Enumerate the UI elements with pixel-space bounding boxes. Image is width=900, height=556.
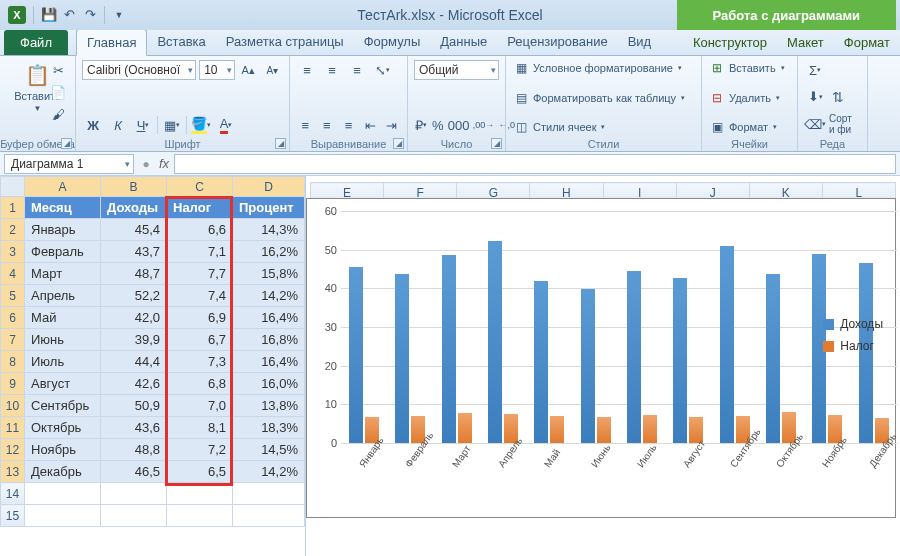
autosum-icon[interactable]: Σ▾ xyxy=(804,60,826,80)
format-painter-icon[interactable]: 🖌 xyxy=(47,104,69,124)
name-box[interactable]: Диаграмма 1 xyxy=(4,154,134,174)
cell-C14[interactable] xyxy=(167,483,233,505)
cell-C9[interactable]: 6,8 xyxy=(167,373,233,395)
bar-series1[interactable] xyxy=(766,274,780,443)
row-header-13[interactable]: 13 xyxy=(1,461,25,483)
cell-C6[interactable]: 6,9 xyxy=(167,307,233,329)
fill-icon[interactable]: ⬇▾ xyxy=(804,87,826,107)
cell-B7[interactable]: 39,9 xyxy=(101,329,167,351)
cell-B6[interactable]: 42,0 xyxy=(101,307,167,329)
bar-series1[interactable] xyxy=(581,289,595,443)
row-header-3[interactable]: 3 xyxy=(1,241,25,263)
decrease-font-icon[interactable]: A▾ xyxy=(262,60,283,80)
row-header-14[interactable]: 14 xyxy=(1,483,25,505)
cell-A6[interactable]: Май xyxy=(25,307,101,329)
embedded-chart[interactable]: 0102030405060 xyxy=(306,198,896,518)
cell-C12[interactable]: 7,2 xyxy=(167,439,233,461)
cell-C7[interactable]: 6,7 xyxy=(167,329,233,351)
row-header-7[interactable]: 7 xyxy=(1,329,25,351)
cell-B13[interactable]: 46,5 xyxy=(101,461,167,483)
align-bottom-icon[interactable]: ≡ xyxy=(346,60,368,80)
cell-A11[interactable]: Октябрь xyxy=(25,417,101,439)
italic-icon[interactable]: К xyxy=(107,115,129,135)
cell-C4[interactable]: 7,7 xyxy=(167,263,233,285)
row-header-10[interactable]: 10 xyxy=(1,395,25,417)
cell-D9[interactable]: 16,0% xyxy=(233,373,305,395)
bar-series1[interactable] xyxy=(488,241,502,443)
font-size-combo[interactable]: 10 xyxy=(199,60,234,80)
cell-D11[interactable]: 18,3% xyxy=(233,417,305,439)
cell-D12[interactable]: 14,5% xyxy=(233,439,305,461)
align-left-icon[interactable]: ≡ xyxy=(296,115,315,135)
cell-C2[interactable]: 6,6 xyxy=(167,219,233,241)
cell-A5[interactable]: Апрель xyxy=(25,285,101,307)
undo-icon[interactable]: ↶ xyxy=(62,8,76,22)
tab-Вставка[interactable]: Вставка xyxy=(147,29,215,55)
bar-series1[interactable] xyxy=(534,281,548,443)
bar-series1[interactable] xyxy=(395,274,409,443)
cell-B9[interactable]: 42,6 xyxy=(101,373,167,395)
cell-B14[interactable] xyxy=(101,483,167,505)
increase-indent-icon[interactable]: ⇥ xyxy=(382,115,401,135)
col-header-C[interactable]: C xyxy=(167,177,233,197)
tab-Данные[interactable]: Данные xyxy=(430,29,497,55)
cell-B4[interactable]: 48,7 xyxy=(101,263,167,285)
currency-icon[interactable]: ₽▾ xyxy=(414,115,428,135)
save-icon[interactable]: 💾 xyxy=(41,8,55,22)
cell-A7[interactable]: Июнь xyxy=(25,329,101,351)
cell-A10[interactable]: Сентябрь xyxy=(25,395,101,417)
cell-B5[interactable]: 52,2 xyxy=(101,285,167,307)
format-cells-button[interactable]: ▣Формат▾ xyxy=(708,119,791,135)
spreadsheet-grid[interactable]: ABCD1МесяцДоходыНалогПроцент2Январь45,46… xyxy=(0,176,306,556)
align-middle-icon[interactable]: ≡ xyxy=(321,60,343,80)
col-header-A[interactable]: A xyxy=(25,177,101,197)
cell-B8[interactable]: 44,4 xyxy=(101,351,167,373)
bold-icon[interactable]: Ж xyxy=(82,115,104,135)
tab-Главная[interactable]: Главная xyxy=(76,29,147,56)
cell-C13[interactable]: 6,5 xyxy=(167,461,233,483)
cell-D14[interactable] xyxy=(233,483,305,505)
cell-D6[interactable]: 16,4% xyxy=(233,307,305,329)
bar-series1[interactable] xyxy=(673,278,687,443)
dialog-launcher-icon[interactable]: ◢ xyxy=(491,138,502,149)
cell-C10[interactable]: 7,0 xyxy=(167,395,233,417)
row-header-8[interactable]: 8 xyxy=(1,351,25,373)
tab-Макет[interactable]: Макет xyxy=(777,30,834,55)
cell-D15[interactable] xyxy=(233,505,305,527)
cell-A4[interactable]: Март xyxy=(25,263,101,285)
row-header-11[interactable]: 11 xyxy=(1,417,25,439)
cell-B12[interactable]: 48,8 xyxy=(101,439,167,461)
tab-Формат[interactable]: Формат xyxy=(834,30,900,55)
font-color-icon[interactable]: A▾ xyxy=(215,115,237,135)
row-header-6[interactable]: 6 xyxy=(1,307,25,329)
orientation-icon[interactable]: ⤡▾ xyxy=(371,60,393,80)
fx-icon[interactable]: fx xyxy=(154,156,174,171)
cell-D3[interactable]: 16,2% xyxy=(233,241,305,263)
cell-C3[interactable]: 7,1 xyxy=(167,241,233,263)
cell-A9[interactable]: Август xyxy=(25,373,101,395)
conditional-formatting-button[interactable]: ▦Условное форматирование▾ xyxy=(512,60,695,76)
clear-icon[interactable]: ⌫▾ xyxy=(804,114,826,134)
cell-C1[interactable]: Налог xyxy=(167,197,233,219)
delete-cells-button[interactable]: ⊟Удалить▾ xyxy=(708,90,791,106)
cell-B1[interactable]: Доходы xyxy=(101,197,167,219)
tab-Конструктор[interactable]: Конструктор xyxy=(683,30,777,55)
cell-D2[interactable]: 14,3% xyxy=(233,219,305,241)
row-header-2[interactable]: 2 xyxy=(1,219,25,241)
cell-C15[interactable] xyxy=(167,505,233,527)
cell-D13[interactable]: 14,2% xyxy=(233,461,305,483)
select-all-corner[interactable] xyxy=(1,177,25,197)
align-top-icon[interactable]: ≡ xyxy=(296,60,318,80)
row-header-1[interactable]: 1 xyxy=(1,197,25,219)
tab-Рецензирование[interactable]: Рецензирование xyxy=(497,29,617,55)
increase-font-icon[interactable]: A▴ xyxy=(238,60,259,80)
tab-file[interactable]: Файл xyxy=(4,30,68,55)
cell-C8[interactable]: 7,3 xyxy=(167,351,233,373)
cell-B10[interactable]: 50,9 xyxy=(101,395,167,417)
decrease-indent-icon[interactable]: ⇤ xyxy=(361,115,380,135)
border-icon[interactable]: ▦▾ xyxy=(161,115,183,135)
dialog-launcher-icon[interactable]: ◢ xyxy=(393,138,404,149)
align-center-icon[interactable]: ≡ xyxy=(318,115,337,135)
col-header-D[interactable]: D xyxy=(233,177,305,197)
formula-input[interactable] xyxy=(174,154,896,174)
